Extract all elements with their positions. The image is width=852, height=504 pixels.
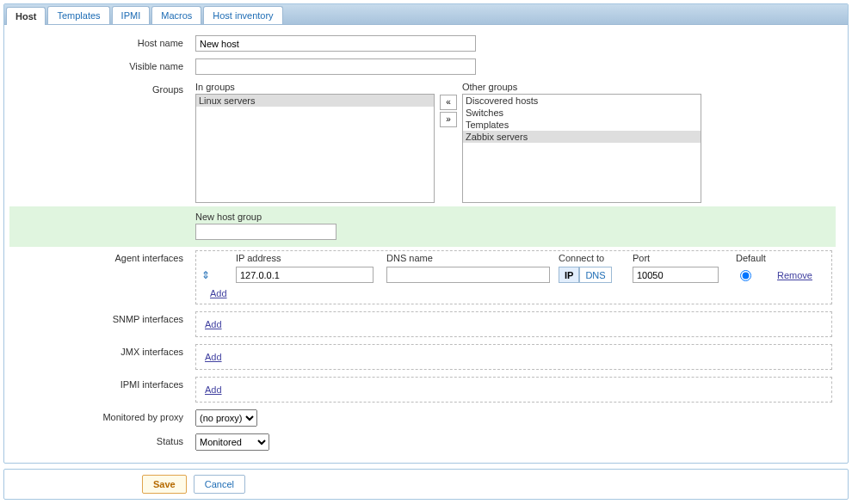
col-port: Port — [633, 253, 736, 263]
drag-handle-icon[interactable]: ⇕ — [201, 269, 210, 281]
label-jmx-interfaces: JMX interfaces — [9, 341, 192, 373]
col-dns-name: DNS name — [386, 253, 559, 263]
list-item[interactable]: Templates — [463, 119, 701, 131]
agent-interface-row: ⇕ IPDNS Remove — [201, 267, 826, 283]
tab-ipmi[interactable]: IPMI — [112, 6, 151, 24]
host-name-input[interactable] — [195, 35, 476, 52]
list-item[interactable]: Zabbix servers — [463, 131, 701, 143]
tab-host[interactable]: Host — [6, 7, 46, 25]
col-connect-to: Connect to — [559, 253, 633, 263]
agent-interface-add-link[interactable]: Add — [210, 288, 227, 298]
list-item[interactable]: Discovered hosts — [463, 95, 701, 107]
label-monitored-by-proxy: Monitored by proxy — [9, 406, 192, 430]
list-item[interactable]: Switches — [463, 107, 701, 119]
other-groups-list[interactable]: Discovered hostsSwitchesTemplatesZabbix … — [462, 94, 701, 203]
connect-to-dns-button[interactable]: DNS — [579, 267, 611, 283]
groups-dual-list: In groups Linux servers « » Other groups… — [195, 82, 832, 203]
interface-dns-input[interactable] — [386, 267, 550, 283]
ipmi-interface-add-link[interactable]: Add — [205, 384, 222, 395]
monitored-by-proxy-select[interactable]: (no proxy) — [195, 409, 257, 427]
label-visible-name: Visible name — [9, 55, 192, 78]
in-groups-list[interactable]: Linux servers — [195, 94, 435, 203]
tab-host-inventory[interactable]: Host inventory — [203, 6, 282, 24]
label-in-groups: In groups — [195, 82, 435, 92]
host-config-card: Host Templates IPMI Macros Host inventor… — [3, 3, 849, 464]
label-status: Status — [9, 430, 192, 454]
jmx-interfaces-block: Add — [195, 344, 832, 370]
snmp-interfaces-block: Add — [195, 311, 832, 337]
label-new-host-group: New host group — [195, 212, 832, 222]
snmp-interface-add-link[interactable]: Add — [205, 319, 222, 329]
interface-port-input[interactable] — [633, 267, 719, 283]
label-other-groups: Other groups — [462, 82, 701, 92]
save-button[interactable]: Save — [142, 475, 187, 494]
jmx-interface-add-link[interactable]: Add — [205, 352, 222, 362]
footer-bar: Save Cancel — [3, 469, 849, 500]
interface-remove-link[interactable]: Remove — [777, 270, 812, 280]
move-right-button[interactable]: » — [440, 112, 457, 127]
label-agent-interfaces: Agent interfaces — [9, 247, 192, 308]
tab-content: Host name Visible name Groups In groups … — [4, 25, 848, 463]
agent-interfaces-block: IP address DNS name Connect to Port Defa… — [195, 250, 832, 304]
label-snmp-interfaces: SNMP interfaces — [9, 308, 192, 341]
connect-to-ip-button[interactable]: IP — [559, 267, 579, 283]
interface-ip-input[interactable] — [236, 267, 374, 283]
col-default: Default — [736, 253, 777, 263]
cancel-button[interactable]: Cancel — [194, 475, 245, 494]
list-item[interactable]: Linux servers — [196, 95, 434, 107]
tab-templates[interactable]: Templates — [47, 6, 109, 24]
ipmi-interfaces-block: Add — [195, 377, 832, 403]
tab-bar: Host Templates IPMI Macros Host inventor… — [4, 4, 848, 25]
label-host-name: Host name — [9, 32, 192, 55]
label-groups: Groups — [9, 78, 192, 206]
col-ip-address: IP address — [236, 253, 386, 263]
new-host-group-input[interactable] — [195, 224, 336, 240]
move-left-button[interactable]: « — [440, 95, 457, 110]
tab-macros[interactable]: Macros — [151, 6, 201, 24]
status-select[interactable]: Monitored — [195, 433, 269, 451]
interface-default-radio[interactable] — [740, 270, 751, 281]
visible-name-input[interactable] — [195, 58, 476, 75]
label-ipmi-interfaces: IPMI interfaces — [9, 373, 192, 406]
